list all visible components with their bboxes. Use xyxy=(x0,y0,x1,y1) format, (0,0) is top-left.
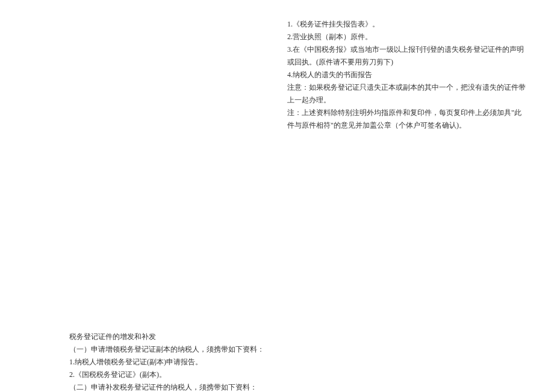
subsection-2: （二）申请补发税务登记证件的纳税人，须携带如下资料： xyxy=(69,381,485,392)
note-attention: 注意：如果税务登记证只遗失正本或副本的其中一个，把没有遗失的证件带上一起办理。 xyxy=(287,81,527,107)
bottom-text-block: 税务登记证件的增发和补发 （一）申请增领税务登记证副本的纳税人，须携带如下资料：… xyxy=(69,331,485,392)
sub1-item-1: 1.纳税人增领税务登记证(副本)申请报告。 xyxy=(69,356,485,369)
top-text-block: 1.《税务证件挂失报告表》。 2.营业执照（副本）原件。 3.在《中国税务报》或… xyxy=(287,18,527,132)
list-item-1: 1.《税务证件挂失报告表》。 xyxy=(287,18,527,31)
section-title: 税务登记证件的增发和补发 xyxy=(69,331,485,343)
subsection-1: （一）申请增领税务登记证副本的纳税人，须携带如下资料： xyxy=(69,343,485,356)
list-item-2: 2.营业执照（副本）原件。 xyxy=(287,31,527,43)
note-general: 注：上述资料除特别注明外均指原件和复印件，每页复印件上必须加具"此件与原件相符"… xyxy=(287,107,527,132)
sub1-item-2: 2.《国税税务登记证》(副本)。 xyxy=(69,369,485,381)
list-item-4: 4.纳税人的遗失的书面报告 xyxy=(287,69,527,81)
list-item-3: 3.在《中国税务报》或当地市一级以上报刊刊登的遗失税务登记证件的声明或回执。(原… xyxy=(287,43,527,69)
